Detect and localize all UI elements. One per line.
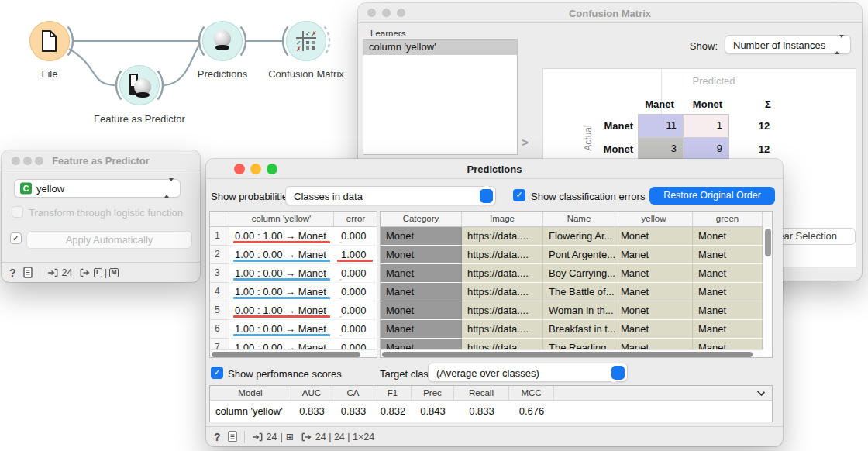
name-cell[interactable]: The Battle of... — [543, 283, 615, 301]
header-green[interactable]: green — [693, 212, 763, 227]
error-cell[interactable]: 1.000 — [334, 246, 377, 264]
yellow-cell[interactable]: Manet — [615, 246, 693, 264]
image-cell[interactable]: https://data.... — [462, 301, 543, 320]
matrix-cell[interactable]: 11 — [639, 115, 684, 138]
file-node[interactable] — [29, 21, 70, 61]
name-cell[interactable]: Breakfast in t... — [543, 320, 615, 339]
green-cell[interactable]: Monet — [693, 227, 763, 246]
image-cell[interactable]: https://data.... — [462, 339, 543, 349]
confusion-matrix-node[interactable]: ✓ ✗ ✓ ✗ — [286, 21, 326, 61]
green-cell[interactable]: Manet — [693, 264, 763, 283]
apply-automatically-button[interactable]: Apply Automatically — [26, 231, 192, 249]
score-row[interactable]: column 'yellow' 0.833 0.833 0.832 0.843 … — [210, 401, 772, 422]
error-cell[interactable]: 0.000 — [334, 283, 377, 301]
scrollbar-thumb[interactable] — [382, 352, 753, 357]
image-cell[interactable]: https://data.... — [462, 320, 543, 339]
error-cell[interactable]: 0.000 — [334, 320, 377, 339]
help-icon[interactable]: ? — [214, 431, 221, 443]
image-cell[interactable]: https://data.... — [462, 227, 543, 246]
prediction-row[interactable]: 71.00 : 0.00 → Manet0.000 — [210, 339, 377, 349]
header-prec[interactable]: Prec — [412, 386, 454, 401]
green-cell[interactable]: Manet — [693, 320, 763, 339]
name-cell[interactable]: Woman in th... — [543, 301, 615, 320]
yellow-cell[interactable]: Monet — [615, 227, 693, 246]
data-row[interactable]: Monethttps://data....Flowering Ar...Mone… — [381, 227, 763, 246]
apply-auto-checkbox[interactable]: ✓ — [10, 232, 22, 244]
yellow-cell[interactable]: Manet — [615, 320, 693, 339]
category-cell[interactable]: Manet — [381, 283, 462, 301]
data-row[interactable]: Manethttps://data....Boy Carrying...Mane… — [381, 264, 763, 283]
prediction-cell[interactable]: 1.00 : 0.00 → Manet — [229, 246, 334, 264]
image-cell[interactable]: https://data.... — [462, 283, 543, 301]
scrollbar-thumb[interactable] — [765, 229, 771, 256]
green-cell[interactable]: Manet — [693, 339, 763, 349]
error-cell[interactable]: 0.000 — [334, 339, 377, 349]
learners-list[interactable]: column 'yellow' — [363, 39, 518, 155]
prediction-cell[interactable]: 1.00 : 0.00 → Manet — [229, 320, 334, 339]
category-cell[interactable]: Manet — [381, 320, 462, 339]
vertical-scrollbar[interactable] — [763, 227, 772, 349]
prediction-cell[interactable]: 0.00 : 1.00 → Monet — [229, 301, 334, 320]
logistic-checkbox[interactable] — [12, 206, 23, 218]
header-auc[interactable]: AUC — [291, 386, 332, 401]
splitter-expand-icon[interactable]: > — [522, 136, 529, 149]
prediction-row[interactable]: 50.00 : 1.00 → Monet0.000 — [210, 301, 377, 320]
feature-dropdown[interactable]: C yellow — [14, 179, 181, 198]
data-row[interactable]: Manethttps://data....Breakfast in t...Ma… — [381, 320, 763, 339]
report-icon[interactable] — [228, 431, 237, 442]
yellow-cell[interactable]: Manet — [615, 339, 693, 349]
target-class-dropdown[interactable]: (Average over classes) — [428, 363, 628, 382]
header-mcc[interactable]: MCC — [509, 386, 554, 401]
name-cell[interactable]: The Reading... — [543, 339, 615, 349]
prediction-row[interactable]: 21.00 : 0.00 → Manet1.000 — [210, 246, 377, 264]
show-dropdown[interactable]: Number of instances — [725, 35, 851, 54]
name-cell[interactable]: Boy Carrying... — [543, 264, 615, 283]
green-cell[interactable]: Manet — [693, 283, 763, 301]
data-row[interactable]: Manethttps://data....The Reading...Manet… — [381, 339, 763, 349]
prediction-cell[interactable]: 1.00 : 0.00 → Manet — [229, 264, 334, 283]
yellow-cell[interactable]: Monet — [615, 301, 693, 320]
name-cell[interactable]: Flowering Ar... — [543, 227, 615, 246]
data-row[interactable]: Monethttps://data....Pont Argente...Mane… — [381, 246, 763, 264]
error-cell[interactable]: 0.000 — [334, 301, 377, 320]
prediction-cell[interactable]: 1.00 : 0.00 → Manet — [229, 339, 334, 349]
prediction-row[interactable]: 10.00 : 1.00 → Monet0.000 — [210, 227, 377, 246]
data-row[interactable]: Monethttps://data....Woman in th...Monet… — [381, 301, 763, 320]
prediction-row[interactable]: 61.00 : 0.00 → Manet0.000 — [210, 320, 377, 339]
green-cell[interactable]: Manet — [693, 301, 763, 320]
yellow-cell[interactable]: Manet — [615, 283, 693, 301]
data-row[interactable]: Manethttps://data....The Battle of...Man… — [381, 283, 763, 301]
error-cell[interactable]: 0.000 — [334, 264, 377, 283]
learner-item[interactable]: column 'yellow' — [363, 40, 517, 55]
matrix-cell[interactable]: 1 — [684, 115, 728, 138]
category-cell[interactable]: Monet — [381, 227, 462, 246]
header-category[interactable]: Category — [381, 212, 462, 227]
category-cell[interactable]: Monet — [381, 301, 462, 320]
header-recall[interactable]: Recall — [454, 386, 509, 401]
performance-scores-checkbox[interactable]: ✓ — [211, 367, 223, 379]
header-image[interactable]: Image — [462, 212, 543, 227]
horizontal-scrollbar[interactable] — [381, 349, 763, 357]
prediction-cell[interactable]: 0.00 : 1.00 → Monet — [229, 227, 334, 246]
header-model[interactable]: Model — [210, 386, 291, 401]
header-error[interactable]: error — [334, 212, 377, 227]
restore-original-order-button[interactable]: Restore Original Order — [649, 187, 775, 205]
name-cell[interactable]: Pont Argente... — [543, 246, 615, 264]
category-cell[interactable]: Manet — [381, 339, 462, 349]
image-cell[interactable]: https://data.... — [462, 246, 543, 264]
horizontal-scrollbar[interactable] — [210, 349, 377, 357]
green-cell[interactable]: Manet — [693, 246, 763, 264]
feature-titlebar[interactable]: Feature as Predictor — [2, 150, 200, 170]
header-yellow[interactable]: yellow — [615, 212, 693, 227]
prediction-row[interactable]: 31.00 : 0.00 → Manet0.000 — [210, 264, 377, 283]
predictions-node[interactable] — [202, 21, 243, 61]
header-column-yellow[interactable]: column 'yellow' — [229, 212, 334, 227]
yellow-cell[interactable]: Manet — [615, 264, 693, 283]
error-cell[interactable]: 0.000 — [334, 227, 377, 246]
matrix-cell[interactable]: 3 — [639, 138, 684, 161]
report-icon[interactable] — [23, 267, 33, 278]
chevron-down-icon[interactable] — [757, 388, 765, 396]
category-cell[interactable]: Manet — [381, 264, 462, 283]
classification-errors-checkbox[interactable]: ✓ — [513, 189, 525, 201]
prediction-cell[interactable]: 1.00 : 0.00 → Manet — [229, 283, 334, 301]
